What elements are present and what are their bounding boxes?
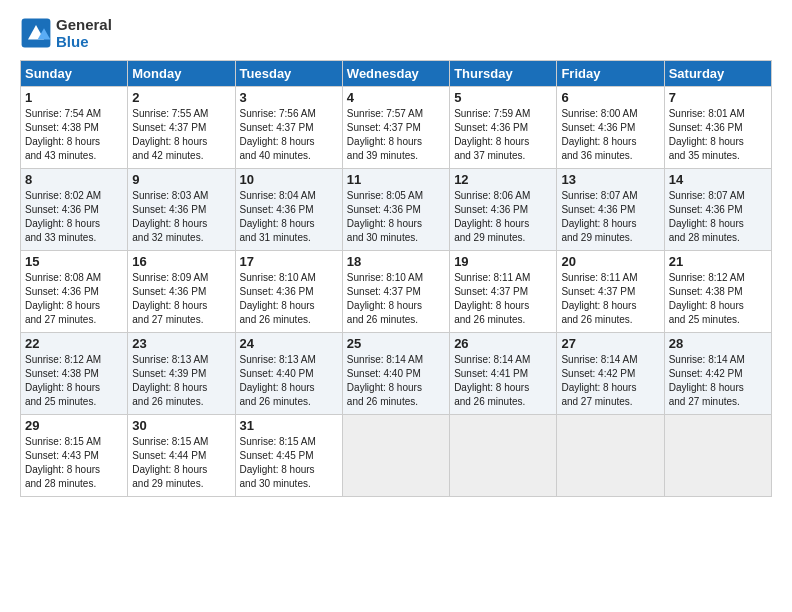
day-number: 25 (347, 336, 445, 351)
day-number: 26 (454, 336, 552, 351)
cell-info: Sunrise: 8:09 AM Sunset: 4:36 PM Dayligh… (132, 271, 230, 327)
calendar-cell: 15Sunrise: 8:08 AM Sunset: 4:36 PM Dayli… (21, 251, 128, 333)
calendar-cell: 12Sunrise: 8:06 AM Sunset: 4:36 PM Dayli… (450, 169, 557, 251)
cell-info: Sunrise: 8:10 AM Sunset: 4:36 PM Dayligh… (240, 271, 338, 327)
calendar-week-row: 1Sunrise: 7:54 AM Sunset: 4:38 PM Daylig… (21, 87, 772, 169)
cell-info: Sunrise: 8:11 AM Sunset: 4:37 PM Dayligh… (454, 271, 552, 327)
day-number: 2 (132, 90, 230, 105)
day-number: 24 (240, 336, 338, 351)
calendar-cell: 22Sunrise: 8:12 AM Sunset: 4:38 PM Dayli… (21, 333, 128, 415)
cell-info: Sunrise: 8:14 AM Sunset: 4:41 PM Dayligh… (454, 353, 552, 409)
col-header-tuesday: Tuesday (235, 61, 342, 87)
calendar-cell: 30Sunrise: 8:15 AM Sunset: 4:44 PM Dayli… (128, 415, 235, 497)
logo: General Blue (20, 16, 112, 50)
day-number: 7 (669, 90, 767, 105)
calendar-week-row: 22Sunrise: 8:12 AM Sunset: 4:38 PM Dayli… (21, 333, 772, 415)
day-number: 9 (132, 172, 230, 187)
cell-info: Sunrise: 8:13 AM Sunset: 4:39 PM Dayligh… (132, 353, 230, 409)
cell-info: Sunrise: 8:05 AM Sunset: 4:36 PM Dayligh… (347, 189, 445, 245)
calendar-cell: 13Sunrise: 8:07 AM Sunset: 4:36 PM Dayli… (557, 169, 664, 251)
calendar-cell: 25Sunrise: 8:14 AM Sunset: 4:40 PM Dayli… (342, 333, 449, 415)
day-number: 23 (132, 336, 230, 351)
day-number: 18 (347, 254, 445, 269)
cell-info: Sunrise: 8:06 AM Sunset: 4:36 PM Dayligh… (454, 189, 552, 245)
logo-text: General Blue (56, 16, 112, 50)
calendar-cell: 28Sunrise: 8:14 AM Sunset: 4:42 PM Dayli… (664, 333, 771, 415)
day-number: 12 (454, 172, 552, 187)
cell-info: Sunrise: 7:55 AM Sunset: 4:37 PM Dayligh… (132, 107, 230, 163)
calendar-cell: 2Sunrise: 7:55 AM Sunset: 4:37 PM Daylig… (128, 87, 235, 169)
calendar-cell: 16Sunrise: 8:09 AM Sunset: 4:36 PM Dayli… (128, 251, 235, 333)
calendar-cell: 6Sunrise: 8:00 AM Sunset: 4:36 PM Daylig… (557, 87, 664, 169)
day-number: 15 (25, 254, 123, 269)
calendar-cell: 7Sunrise: 8:01 AM Sunset: 4:36 PM Daylig… (664, 87, 771, 169)
calendar-cell: 5Sunrise: 7:59 AM Sunset: 4:36 PM Daylig… (450, 87, 557, 169)
day-number: 16 (132, 254, 230, 269)
day-number: 29 (25, 418, 123, 433)
day-number: 27 (561, 336, 659, 351)
col-header-monday: Monday (128, 61, 235, 87)
calendar-cell: 19Sunrise: 8:11 AM Sunset: 4:37 PM Dayli… (450, 251, 557, 333)
day-number: 11 (347, 172, 445, 187)
calendar-cell: 17Sunrise: 8:10 AM Sunset: 4:36 PM Dayli… (235, 251, 342, 333)
day-number: 19 (454, 254, 552, 269)
cell-info: Sunrise: 8:11 AM Sunset: 4:37 PM Dayligh… (561, 271, 659, 327)
logo-icon (20, 17, 52, 49)
cell-info: Sunrise: 8:14 AM Sunset: 4:42 PM Dayligh… (669, 353, 767, 409)
day-number: 6 (561, 90, 659, 105)
day-number: 1 (25, 90, 123, 105)
cell-info: Sunrise: 8:00 AM Sunset: 4:36 PM Dayligh… (561, 107, 659, 163)
calendar-cell (450, 415, 557, 497)
day-number: 20 (561, 254, 659, 269)
calendar-cell (664, 415, 771, 497)
calendar-cell: 21Sunrise: 8:12 AM Sunset: 4:38 PM Dayli… (664, 251, 771, 333)
calendar-week-row: 8Sunrise: 8:02 AM Sunset: 4:36 PM Daylig… (21, 169, 772, 251)
cell-info: Sunrise: 8:12 AM Sunset: 4:38 PM Dayligh… (669, 271, 767, 327)
day-number: 10 (240, 172, 338, 187)
cell-info: Sunrise: 8:07 AM Sunset: 4:36 PM Dayligh… (669, 189, 767, 245)
cell-info: Sunrise: 8:02 AM Sunset: 4:36 PM Dayligh… (25, 189, 123, 245)
col-header-thursday: Thursday (450, 61, 557, 87)
day-number: 28 (669, 336, 767, 351)
day-number: 14 (669, 172, 767, 187)
cell-info: Sunrise: 8:15 AM Sunset: 4:44 PM Dayligh… (132, 435, 230, 491)
calendar-cell: 9Sunrise: 8:03 AM Sunset: 4:36 PM Daylig… (128, 169, 235, 251)
cell-info: Sunrise: 7:57 AM Sunset: 4:37 PM Dayligh… (347, 107, 445, 163)
col-header-sunday: Sunday (21, 61, 128, 87)
cell-info: Sunrise: 7:59 AM Sunset: 4:36 PM Dayligh… (454, 107, 552, 163)
calendar-cell: 10Sunrise: 8:04 AM Sunset: 4:36 PM Dayli… (235, 169, 342, 251)
cell-info: Sunrise: 8:08 AM Sunset: 4:36 PM Dayligh… (25, 271, 123, 327)
page-container: General Blue SundayMondayTuesdayWednesda… (0, 0, 792, 507)
calendar-body: 1Sunrise: 7:54 AM Sunset: 4:38 PM Daylig… (21, 87, 772, 497)
calendar-week-row: 29Sunrise: 8:15 AM Sunset: 4:43 PM Dayli… (21, 415, 772, 497)
day-number: 8 (25, 172, 123, 187)
cell-info: Sunrise: 8:13 AM Sunset: 4:40 PM Dayligh… (240, 353, 338, 409)
cell-info: Sunrise: 7:54 AM Sunset: 4:38 PM Dayligh… (25, 107, 123, 163)
calendar-cell: 14Sunrise: 8:07 AM Sunset: 4:36 PM Dayli… (664, 169, 771, 251)
calendar-cell: 11Sunrise: 8:05 AM Sunset: 4:36 PM Dayli… (342, 169, 449, 251)
day-number: 22 (25, 336, 123, 351)
day-number: 17 (240, 254, 338, 269)
day-number: 31 (240, 418, 338, 433)
calendar-table: SundayMondayTuesdayWednesdayThursdayFrid… (20, 60, 772, 497)
calendar-cell: 24Sunrise: 8:13 AM Sunset: 4:40 PM Dayli… (235, 333, 342, 415)
cell-info: Sunrise: 8:04 AM Sunset: 4:36 PM Dayligh… (240, 189, 338, 245)
cell-info: Sunrise: 7:56 AM Sunset: 4:37 PM Dayligh… (240, 107, 338, 163)
cell-info: Sunrise: 8:15 AM Sunset: 4:43 PM Dayligh… (25, 435, 123, 491)
calendar-cell (342, 415, 449, 497)
cell-info: Sunrise: 8:12 AM Sunset: 4:38 PM Dayligh… (25, 353, 123, 409)
day-number: 21 (669, 254, 767, 269)
cell-info: Sunrise: 8:07 AM Sunset: 4:36 PM Dayligh… (561, 189, 659, 245)
calendar-cell: 31Sunrise: 8:15 AM Sunset: 4:45 PM Dayli… (235, 415, 342, 497)
calendar-cell: 23Sunrise: 8:13 AM Sunset: 4:39 PM Dayli… (128, 333, 235, 415)
calendar-cell: 1Sunrise: 7:54 AM Sunset: 4:38 PM Daylig… (21, 87, 128, 169)
cell-info: Sunrise: 8:01 AM Sunset: 4:36 PM Dayligh… (669, 107, 767, 163)
cell-info: Sunrise: 8:15 AM Sunset: 4:45 PM Dayligh… (240, 435, 338, 491)
calendar-header-row: SundayMondayTuesdayWednesdayThursdayFrid… (21, 61, 772, 87)
cell-info: Sunrise: 8:14 AM Sunset: 4:42 PM Dayligh… (561, 353, 659, 409)
cell-info: Sunrise: 8:10 AM Sunset: 4:37 PM Dayligh… (347, 271, 445, 327)
calendar-cell: 29Sunrise: 8:15 AM Sunset: 4:43 PM Dayli… (21, 415, 128, 497)
day-number: 13 (561, 172, 659, 187)
cell-info: Sunrise: 8:03 AM Sunset: 4:36 PM Dayligh… (132, 189, 230, 245)
calendar-cell: 4Sunrise: 7:57 AM Sunset: 4:37 PM Daylig… (342, 87, 449, 169)
